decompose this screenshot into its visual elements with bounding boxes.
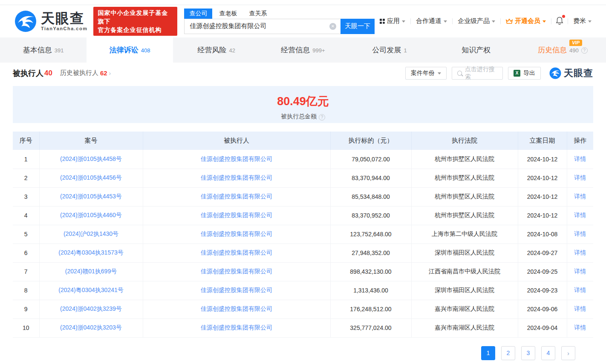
- main-tab[interactable]: 法律诉讼 408 ?: [87, 37, 173, 63]
- case-number-link[interactable]: (2024)浙0105执4460号: [60, 212, 122, 218]
- tab-count: 1: [404, 47, 407, 54]
- page-button[interactable]: 3: [521, 346, 535, 360]
- search-tab[interactable]: 查关系: [244, 9, 272, 19]
- row-index: 9: [13, 300, 39, 318]
- tianyancha-logo[interactable]: 天眼查 TianYanCha.com: [14, 10, 87, 32]
- executed-person-link[interactable]: 佳源创盛控股集团有限公司: [201, 174, 272, 181]
- pagination: 1234›: [0, 346, 575, 360]
- executed-person-link[interactable]: 佳源创盛控股集团有限公司: [201, 230, 272, 237]
- tab-label: 法律诉讼: [110, 45, 139, 55]
- tab-label: 历史信息: [538, 45, 567, 55]
- clear-icon[interactable]: ✕: [329, 23, 336, 30]
- detail-link[interactable]: 详情: [574, 249, 586, 256]
- chevron-down-icon: [588, 20, 592, 23]
- notifications-bell[interactable]: [551, 17, 568, 26]
- row-index: 1: [13, 150, 39, 169]
- main-tab[interactable]: 知识产权 ?: [433, 37, 519, 63]
- next-page-button[interactable]: ›: [561, 346, 575, 360]
- export-label: 导出: [523, 69, 535, 77]
- main-tab[interactable]: 经营风险 42 ?: [173, 37, 260, 63]
- search-tab[interactable]: 查老板: [214, 9, 242, 19]
- main-tab[interactable]: 基本信息 391 ?: [0, 37, 87, 63]
- main-tab[interactable]: 公司发展 1 ?: [346, 37, 433, 63]
- case-number-link[interactable]: (2024)粤0304执30241号: [58, 287, 124, 293]
- case-number-link[interactable]: (2024)粤0304执31573号: [58, 249, 124, 256]
- detail-link[interactable]: 详情: [574, 305, 586, 312]
- executed-person-link[interactable]: 佳源创盛控股集团有限公司: [201, 287, 272, 293]
- row-index: 3: [13, 187, 39, 206]
- tab-count: 999+: [312, 47, 325, 54]
- executed-person-link[interactable]: 佳源创盛控股集团有限公司: [201, 305, 272, 312]
- vip-badge: VIP: [569, 40, 582, 46]
- executed-person-link[interactable]: 佳源创盛控股集团有限公司: [201, 324, 272, 331]
- search-tab[interactable]: 查公司: [184, 9, 212, 19]
- execution-court: 杭州市拱墅区人民法院: [411, 150, 518, 169]
- nav-apps[interactable]: 应用: [375, 17, 410, 25]
- case-number-link[interactable]: (2024)浙0402执3239号: [60, 305, 122, 312]
- filing-date: 2024-10-12: [518, 187, 567, 206]
- detail-link[interactable]: 详情: [574, 174, 586, 181]
- nav-enterprise[interactable]: 企业级产品: [453, 17, 500, 25]
- column-header: 执行法院: [411, 132, 518, 150]
- main-tab[interactable]: VIP 历史信息 490 ?: [519, 37, 606, 63]
- tab-label: 经营风险: [198, 45, 227, 55]
- page-button[interactable]: 4: [541, 346, 555, 360]
- case-number-link[interactable]: (2024)浙0105执4453号: [60, 193, 122, 200]
- case-number-link[interactable]: (2024)浙0105执4456号: [60, 174, 122, 181]
- row-index: 7: [13, 262, 39, 281]
- executed-person-link[interactable]: 佳源创盛控股集团有限公司: [201, 249, 272, 256]
- detail-link[interactable]: 详情: [574, 230, 586, 237]
- case-number-link[interactable]: (2024)浙0402执3203号: [60, 324, 122, 331]
- chevron-down-icon: [543, 20, 546, 23]
- nav-enterprise-label: 企业级产品: [458, 17, 490, 25]
- case-year-filter[interactable]: 案件年份: [405, 67, 447, 80]
- search-input[interactable]: [184, 19, 341, 34]
- table-row: 7 (2024)赣01执699号 佳源创盛控股集团有限公司 898,432,13…: [13, 262, 593, 281]
- nav-open-membership[interactable]: 开通会员: [501, 17, 551, 25]
- case-number-link[interactable]: (2024)赣01执699号: [65, 268, 117, 275]
- execution-court: 杭州市拱墅区人民法院: [411, 169, 518, 187]
- row-index: 2: [13, 169, 39, 187]
- case-number-link[interactable]: (2024)浙0105执4458号: [60, 155, 122, 162]
- execution-amount: 79,050,072.00: [330, 150, 411, 169]
- export-button[interactable]: X 导出: [508, 67, 541, 80]
- help-icon[interactable]: ?: [581, 47, 588, 54]
- detail-link[interactable]: 详情: [574, 268, 586, 275]
- section-header: 被执行人 40 历史被执行人 62 › 案件年份 点击进行搜索 X 导出 天眼查: [0, 63, 606, 83]
- table-row: 8 (2024)粤0304执30241号 佳源创盛控股集团有限公司 1,313,…: [13, 281, 593, 300]
- executed-person-link[interactable]: 佳源创盛控股集团有限公司: [201, 193, 272, 200]
- page-button[interactable]: 2: [501, 346, 515, 360]
- search-tabs: 查公司查老板查关系: [184, 9, 375, 19]
- row-index: 4: [13, 206, 39, 225]
- badge-line1: 国家中小企业发展子基金旗下: [98, 9, 173, 26]
- filing-date: 2024-10-12: [518, 206, 567, 225]
- nav-member-label: 开通会员: [515, 17, 540, 25]
- case-year-label: 案件年份: [411, 69, 435, 77]
- brand-watermark: 天眼查: [549, 67, 593, 80]
- brand-text: 天眼查: [564, 67, 593, 80]
- detail-link[interactable]: 详情: [574, 155, 586, 162]
- page-button[interactable]: 1: [481, 346, 495, 360]
- detail-link[interactable]: 详情: [574, 212, 586, 218]
- filing-date: 2024-09-04: [518, 318, 567, 337]
- history-link[interactable]: 历史被执行人 62 ›: [60, 69, 111, 77]
- detail-link[interactable]: 详情: [574, 193, 586, 200]
- main-tab[interactable]: 经营信息 999+ ?: [260, 37, 346, 63]
- table-search-input[interactable]: 点击进行搜索: [452, 67, 503, 80]
- executed-person-link[interactable]: 佳源创盛控股集团有限公司: [201, 155, 272, 162]
- detail-link[interactable]: 详情: [574, 324, 586, 331]
- top-nav: 应用 合作通道 企业级产品 开通会员: [375, 17, 597, 26]
- chevron-down-icon: [492, 20, 495, 23]
- column-header: 案号: [39, 132, 143, 150]
- case-number-link[interactable]: (2024)沪02执1430号: [63, 230, 118, 237]
- detail-link[interactable]: 详情: [574, 287, 586, 293]
- execution-court: 嘉兴市南湖区人民法院: [411, 318, 518, 337]
- nav-user[interactable]: 费米: [568, 17, 597, 25]
- search-button[interactable]: 天眼一下: [341, 19, 375, 34]
- table-header-row: 序号案号被执行人执行标的（元）执行法院立案日期操作: [13, 132, 593, 150]
- help-icon[interactable]: ?: [319, 114, 325, 120]
- filing-date: 2024-10-08: [518, 225, 567, 244]
- nav-cooperation[interactable]: 合作通道: [411, 17, 452, 25]
- executed-person-link[interactable]: 佳源创盛控股集团有限公司: [201, 268, 272, 275]
- executed-person-link[interactable]: 佳源创盛控股集团有限公司: [201, 212, 272, 218]
